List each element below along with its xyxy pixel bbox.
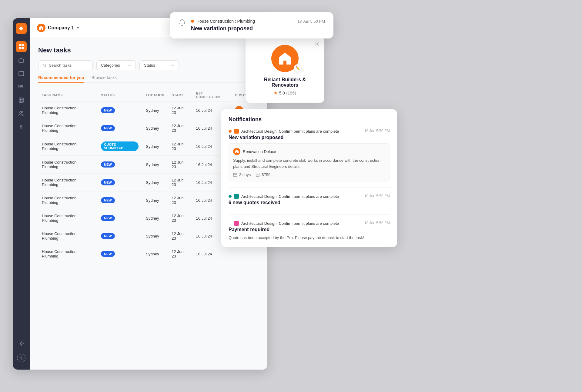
notif-2-time: 18 Jun 5:50 PM — [364, 194, 390, 198]
svg-rect-1 — [22, 44, 24, 46]
notif-3-project: Architectural Design: Confirm permit pla… — [241, 221, 339, 226]
svg-rect-31 — [256, 173, 259, 177]
cell-status: NEW — [97, 156, 142, 174]
notif-2-project: Architectural Design: Confirm permit pla… — [241, 194, 339, 199]
cell-location: Sydney — [142, 191, 168, 209]
cell-location: Sydney — [142, 174, 168, 191]
svg-rect-3 — [22, 47, 24, 49]
notif-3-color-box — [234, 221, 239, 226]
cell-task-name: House Construction: Plumbing — [38, 174, 97, 191]
cell-status: NEW — [97, 119, 142, 137]
svg-rect-5 — [19, 71, 24, 76]
sidebar-item-calendar[interactable] — [16, 68, 27, 79]
notif-1-card-company: Renovation Deluxe — [243, 149, 276, 154]
search-box[interactable] — [38, 60, 93, 70]
notif-1-header: Architectural Design: Confirm permit pla… — [229, 129, 390, 134]
cell-start: 12 Jun 23 — [168, 191, 192, 209]
svg-rect-4 — [19, 59, 24, 62]
notif-3-time: 18 Jun 5:50 PM — [364, 221, 390, 225]
notification-item-2[interactable]: Architectural Design: Confirm permit pla… — [229, 194, 390, 215]
notif-1-time: 18 Jun 5:50 PM — [364, 129, 390, 133]
chevron-down-icon[interactable]: ▾ — [77, 26, 79, 30]
notif-3-title: Payment required — [229, 227, 390, 232]
notif-2-color-box — [234, 194, 239, 199]
table-row[interactable]: House Construction: PlumbingNEWSydney12 … — [38, 245, 259, 263]
cell-start: 12 Jun 23 — [168, 174, 192, 191]
cell-est: 16 Jul 24 — [192, 245, 231, 263]
toast-header: House Construction : Plumbing 18 Jun 5:5… — [191, 19, 325, 24]
company-name: Company 1 — [48, 25, 74, 31]
notification-item-3[interactable]: Architectural Design: Confirm permit pla… — [229, 221, 390, 240]
status-chevron-icon — [171, 64, 174, 67]
svg-rect-27 — [233, 173, 237, 177]
notif-1-card-avatar — [233, 148, 240, 155]
profile-avatar-wrap: ✏️ — [253, 45, 317, 72]
notif-3-dot-row: Architectural Design: Confirm permit pla… — [229, 221, 339, 226]
categories-dropdown[interactable]: Categories — [96, 60, 136, 70]
col-est: EST COMPLETION — [192, 89, 231, 101]
cell-task-name: House Construction: Plumbing — [38, 119, 97, 137]
toast-notification: House Construction : Plumbing 18 Jun 5:5… — [170, 12, 333, 38]
sidebar-logo[interactable] — [16, 23, 27, 34]
toast-dot — [191, 20, 194, 23]
profile-card: ✏️ Reliant Builders & Renovators ★ 5.0 (… — [246, 36, 324, 103]
col-location: LOCATION — [142, 89, 168, 101]
notif-1-card[interactable]: Renovation Deluxe Supply, install and co… — [229, 143, 390, 181]
cell-location: Sydney — [142, 209, 168, 227]
status-dropdown[interactable]: Status — [139, 60, 179, 70]
cell-status: NEW — [97, 191, 142, 209]
table-header-row: TASK NAME STATUS LOCATION START EST COMP… — [38, 89, 259, 101]
cell-status: NEW — [97, 227, 142, 245]
svg-point-23 — [43, 64, 45, 66]
notif-1-title: New variation proposed — [229, 135, 390, 140]
sidebar-item-list[interactable] — [16, 81, 27, 92]
star-icon: ★ — [274, 90, 278, 96]
svg-line-24 — [45, 66, 46, 67]
categories-chevron-icon — [128, 64, 131, 67]
search-input[interactable] — [49, 63, 88, 68]
sidebar-item-briefcase[interactable] — [16, 55, 27, 65]
svg-rect-0 — [19, 44, 21, 46]
notifications-title: Notifications — [229, 116, 390, 123]
svg-point-20 — [20, 111, 22, 113]
toast-time: 18 Jun 5:50 PM — [297, 19, 325, 24]
cell-task-name: House Construction: Plumbing — [38, 156, 97, 174]
company-icon — [37, 24, 45, 32]
profile-name: Reliant Builders & Renovators — [253, 77, 317, 88]
cell-start: 12 Jun 23 — [168, 101, 192, 119]
cell-start: 12 Jun 23 — [168, 137, 192, 156]
svg-rect-2 — [19, 47, 21, 49]
cell-task-name: House Construction: Plumbing — [38, 191, 97, 209]
sidebar-item-grid[interactable] — [16, 41, 27, 52]
svg-point-13 — [19, 86, 19, 87]
sidebar-item-building[interactable] — [16, 95, 27, 105]
toast-body: House Construction : Plumbing 18 Jun 5:5… — [191, 19, 325, 32]
cell-task-name: House Construction: Plumbing — [38, 227, 97, 245]
profile-rating: ★ 5.0 (186) — [253, 90, 317, 96]
svg-point-14 — [19, 88, 19, 88]
tab-recommended[interactable]: Recommended for you — [38, 75, 84, 83]
notif-1-amount: $750 — [256, 172, 270, 177]
cell-location: Sydney — [142, 227, 168, 245]
sidebar: $ ? — [13, 18, 30, 370]
cell-start: 12 Jun 23 — [168, 156, 192, 174]
calendar-icon — [233, 173, 237, 177]
cell-location: Sydney — [142, 101, 168, 119]
notif-3-header: Architectural Design: Confirm permit pla… — [229, 221, 390, 226]
notif-1-project: Architectural Design: Confirm permit pla… — [241, 129, 339, 134]
tab-browse[interactable]: Browse tasks — [92, 75, 117, 83]
notification-item-1[interactable]: Architectural Design: Confirm permit pla… — [229, 129, 390, 188]
sidebar-item-team[interactable] — [16, 108, 27, 119]
notif-1-dot-row: Architectural Design: Confirm permit pla… — [229, 129, 339, 134]
sidebar-item-help[interactable]: ? — [17, 354, 25, 362]
profile-edit-icon[interactable]: ✏️ — [294, 64, 302, 72]
cell-start: 12 Jun 23 — [168, 209, 192, 227]
notif-1-unread-dot — [229, 130, 232, 133]
cell-status: NEW — [97, 101, 142, 119]
notif-1-color-box — [234, 129, 239, 134]
filters-row: Categories Status — [38, 60, 259, 70]
svg-point-21 — [22, 111, 23, 113]
cell-status: NEW — [97, 209, 142, 227]
sidebar-item-dollar[interactable]: $ — [16, 121, 27, 132]
sidebar-item-settings[interactable] — [16, 338, 27, 349]
